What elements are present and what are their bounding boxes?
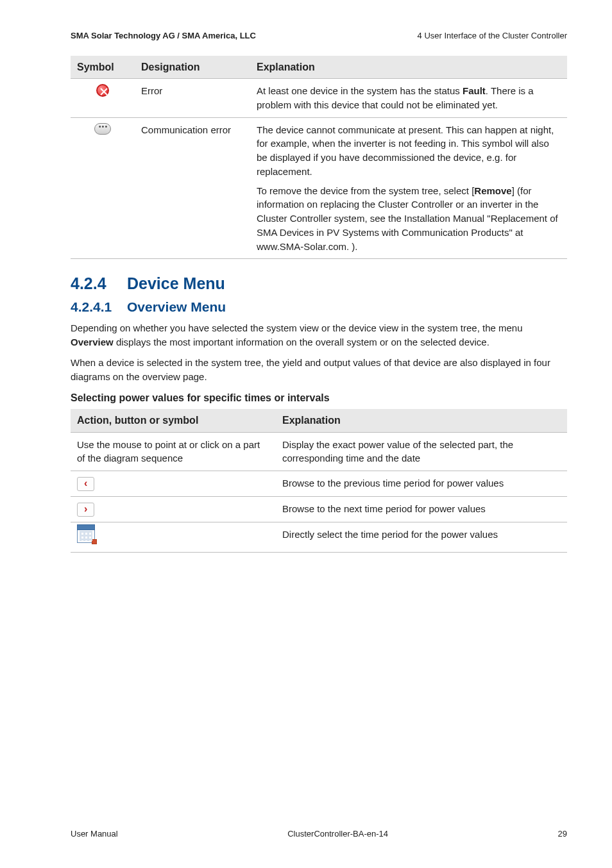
explanation-cell: The device cannot communicate at present… (250, 117, 567, 259)
chevron-right-icon: › (84, 503, 87, 514)
previous-period-button[interactable]: ‹ (77, 477, 94, 491)
footer-right: 29 (558, 829, 567, 839)
action-cell: Use the mouse to point at or click on a … (71, 432, 276, 471)
designation-cell: Communication error (135, 117, 250, 259)
text-bold: Overview (71, 337, 114, 347)
th-symbol: Symbol (71, 56, 135, 79)
subsection-title: Overview Menu (127, 299, 226, 314)
table-row: Communication error The device cannot co… (71, 117, 567, 259)
th-designation: Designation (135, 56, 250, 79)
table-row: › Browse to the next time period for pow… (71, 497, 567, 522)
explanation-cell: Browse to the previous time period for p… (276, 471, 567, 497)
designation-cell: Error (135, 79, 250, 118)
action-cell: › (71, 497, 276, 522)
subsection-number: 4.2.4.1 (71, 299, 127, 315)
chevron-left-icon: ‹ (84, 478, 87, 488)
section-title: Device Menu (127, 274, 225, 292)
text: The device cannot communicate at present… (257, 123, 561, 179)
text: displays the most important information … (114, 337, 489, 347)
text-bold: Fault (463, 85, 486, 96)
subsection-heading: 4.2.4.1Overview Menu (71, 299, 567, 315)
section-heading: 4.2.4Device Menu (71, 274, 567, 293)
section-number: 4.2.4 (71, 274, 127, 293)
explanation-cell: Directly select the time period for the … (276, 522, 567, 553)
subhead: Selecting power values for specific time… (71, 392, 567, 404)
action-table: Action, button or symbol Explanation Use… (71, 409, 567, 552)
th-action: Action, button or symbol (71, 409, 276, 432)
next-period-button[interactable]: › (77, 503, 94, 517)
explanation-cell: Display the exact power value of the sel… (276, 432, 567, 471)
table-row: ‹ Browse to the previous time period for… (71, 471, 567, 497)
action-cell (71, 522, 276, 553)
text-bold: Remove (474, 185, 511, 196)
table-row: Use the mouse to point at or click on a … (71, 432, 567, 471)
symbol-table: Symbol Designation Explanation Error At … (71, 56, 567, 259)
body-paragraph: When a device is selected in the system … (71, 356, 567, 384)
error-icon (96, 84, 109, 97)
footer-center: ClusterController-BA-en-14 (287, 829, 388, 839)
body-paragraph: Depending on whether you have selected t… (71, 321, 567, 349)
text: At least one device in the system has th… (257, 85, 463, 96)
header-left: SMA Solar Technology AG / SMA America, L… (71, 31, 256, 40)
explanation-cell: Browse to the next time period for power… (276, 497, 567, 522)
communication-error-icon (94, 123, 111, 135)
action-cell: ‹ (71, 471, 276, 497)
th-explanation: Explanation (250, 56, 567, 79)
header-right: 4 User Interface of the Cluster Controll… (418, 31, 567, 40)
table-row: Directly select the time period for the … (71, 522, 567, 553)
footer-left: User Manual (71, 829, 118, 839)
explanation-cell: At least one device in the system has th… (250, 79, 567, 118)
th-explanation: Explanation (276, 409, 567, 432)
table-row: Error At least one device in the system … (71, 79, 567, 118)
text: To remove the device from the system tre… (257, 185, 474, 196)
calendar-icon[interactable] (77, 528, 95, 543)
text: Depending on whether you have selected t… (71, 322, 523, 333)
